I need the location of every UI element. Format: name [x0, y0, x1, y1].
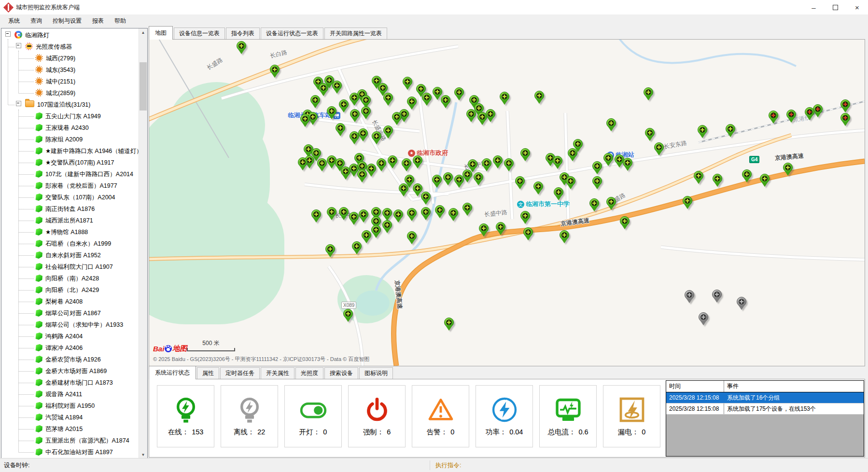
tree-item[interactable]: 中石化加油站对面 A1897: [1, 446, 139, 458]
event-log-row[interactable]: 2025/3/28 12:15:08系统加载了16个分组: [666, 392, 864, 403]
tree-item[interactable]: 光照度传感器: [1, 41, 139, 53]
map-pin[interactable]: [589, 198, 599, 212]
map-pin[interactable]: [349, 212, 359, 225]
maximize-button[interactable]: [825, 0, 846, 14]
tab-开关属性[interactable]: 开关属性: [261, 367, 294, 379]
map-pin[interactable]: [270, 65, 280, 78]
map-pin[interactable]: [332, 81, 342, 94]
tree-expand-toggle[interactable]: [16, 43, 21, 48]
map-pin[interactable]: [407, 97, 417, 110]
tree-item[interactable]: 城西派出所A1871: [1, 215, 139, 226]
map-pin[interactable]: [477, 112, 487, 125]
map-pin[interactable]: [783, 163, 793, 176]
tree-item[interactable]: 南正街转盘 A1876: [1, 203, 139, 215]
map-pin[interactable]: [350, 93, 359, 106]
map-pin[interactable]: [566, 176, 575, 190]
map-pin[interactable]: [534, 91, 544, 104]
tree-expand-toggle[interactable]: [16, 101, 21, 106]
tree-item[interactable]: 梨树巷 A2408: [1, 296, 139, 307]
map-pin[interactable]: [435, 205, 445, 219]
tree-item[interactable]: 107北（建新中路路口西）A2014: [1, 168, 139, 180]
map-pin[interactable]: [327, 207, 336, 221]
map-pin[interactable]: [592, 176, 602, 190]
map-pin[interactable]: [592, 161, 602, 175]
tree-item[interactable]: 社会福利院大门口 A1907: [1, 261, 139, 273]
tree-item[interactable]: 谭家冲 A2406: [1, 342, 139, 354]
menu-item-控制与设置[interactable]: 控制与设置: [47, 15, 87, 27]
map-pin[interactable]: [392, 112, 402, 125]
map-pin[interactable]: [520, 211, 530, 224]
scroll-up-icon[interactable]: ▲: [139, 28, 147, 37]
map-pin[interactable]: [694, 171, 703, 184]
map-pin[interactable]: [339, 207, 349, 221]
tree-item[interactable]: 107国道沿线(31/31): [1, 99, 139, 111]
map-pin[interactable]: [486, 109, 495, 123]
map-pin[interactable]: [422, 93, 432, 106]
tree-item[interactable]: 五尖山大门东 A1949: [1, 111, 139, 122]
map-pin[interactable]: [366, 164, 376, 177]
tree-item[interactable]: ★建新中路路口东 A1946（辅道灯）: [1, 145, 139, 157]
map-pin[interactable]: [402, 158, 411, 172]
menu-item-报表[interactable]: 报表: [87, 15, 109, 27]
map-pin[interactable]: [361, 106, 371, 120]
map-pin[interactable]: [654, 142, 664, 156]
device-tree[interactable]: 临湘路灯光照度传感器城西(2799)城东(3543)城中(2151)城北(285…: [1, 28, 148, 459]
tree-item[interactable]: 彭家巷（党校后面）A1977: [1, 180, 139, 192]
tree-item[interactable]: ★博物馆 A1888: [1, 226, 139, 238]
map-pin[interactable]: [325, 244, 335, 258]
map-pin-red[interactable]: [769, 111, 778, 124]
map-pin[interactable]: [403, 77, 412, 90]
map-pin-red[interactable]: [840, 113, 850, 126]
tab-地图[interactable]: 地图: [149, 26, 173, 40]
map-pin[interactable]: [496, 222, 505, 236]
map-pin[interactable]: [359, 209, 368, 223]
map-pin-gray[interactable]: [685, 290, 694, 304]
map-pin[interactable]: [713, 174, 722, 187]
map-pin[interactable]: [441, 95, 450, 109]
map-pin-red[interactable]: [805, 107, 814, 121]
map-pin[interactable]: [623, 158, 632, 171]
map-pin[interactable]: [317, 158, 327, 172]
map-pin[interactable]: [620, 216, 630, 230]
map-pin[interactable]: [603, 153, 613, 167]
tree-item[interactable]: 石咀桥（自来水）A1999: [1, 238, 139, 250]
map-pin[interactable]: [533, 181, 543, 195]
tab-搜索设备[interactable]: 搜索设备: [324, 367, 358, 379]
tree-item[interactable]: 交警队东（107南）A2004: [1, 192, 139, 203]
map-pin[interactable]: [393, 209, 403, 223]
map-pin[interactable]: [606, 118, 616, 132]
tree-item[interactable]: 观音路 A2411: [1, 389, 139, 400]
tree-item[interactable]: 烟草公司对面 A1867: [1, 307, 139, 319]
map-pin[interactable]: [298, 157, 308, 171]
map-pin[interactable]: [362, 230, 371, 244]
map-pin[interactable]: [462, 203, 472, 216]
tree-item[interactable]: 城中(2151): [1, 76, 139, 87]
tree-item[interactable]: 王家珑巷 A2430: [1, 122, 139, 134]
map-pin[interactable]: [343, 309, 353, 322]
map-pin[interactable]: [300, 114, 310, 127]
map-pin-red[interactable]: [786, 110, 796, 123]
tab-属性[interactable]: 属性: [197, 367, 219, 379]
tree-item[interactable]: 金桥建材市场门口 A1873: [1, 377, 139, 389]
tree-item[interactable]: ★交警队西(107南) A1917: [1, 157, 139, 168]
map-pin[interactable]: [327, 106, 336, 120]
map-pin[interactable]: [504, 158, 514, 172]
map-canvas[interactable]: 长白路长盛路长盛南路长安中路长安东路长盛中路长盛中路长盛路京港澳高速京港澳高速京…: [149, 39, 865, 366]
tab-图标说明[interactable]: 图标说明: [359, 367, 393, 379]
scroll-thumb[interactable]: [140, 62, 147, 111]
map-pin[interactable]: [407, 208, 417, 222]
map-pin[interactable]: [421, 207, 431, 221]
map-pin-gray[interactable]: [699, 312, 708, 326]
map-pin[interactable]: [421, 192, 431, 205]
tab-设备运行状态一览表[interactable]: 设备运行状态一览表: [261, 28, 323, 39]
map-pin[interactable]: [310, 95, 320, 109]
tree-expand-toggle[interactable]: [5, 31, 11, 37]
tab-系统运行状态[interactable]: 系统运行状态: [149, 366, 196, 379]
tree-item[interactable]: 向阳桥（南）A2428: [1, 273, 139, 284]
map-pin[interactable]: [383, 125, 393, 139]
map-pin[interactable]: [560, 230, 569, 244]
map-pin[interactable]: [237, 41, 246, 55]
map-pin[interactable]: [474, 172, 483, 186]
map-pin[interactable]: [443, 172, 453, 186]
tab-开关回路属性一览表[interactable]: 开关回路属性一览表: [324, 28, 387, 39]
